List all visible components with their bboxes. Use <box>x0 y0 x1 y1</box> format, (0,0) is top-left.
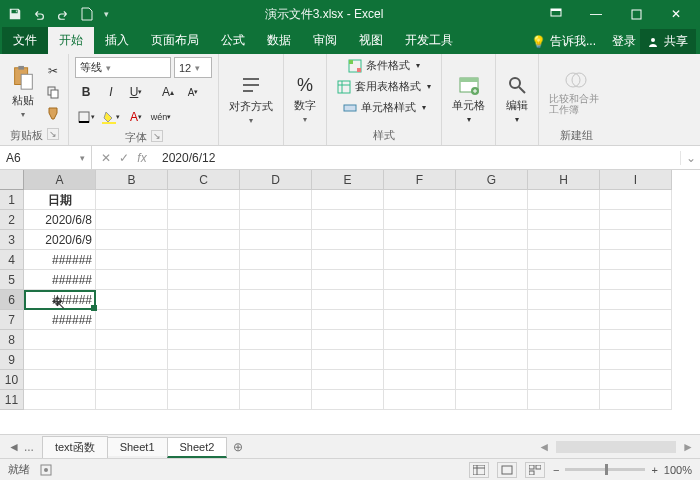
table-format-button[interactable]: 套用表格格式▾ <box>333 78 435 95</box>
cell-E4[interactable] <box>312 250 384 270</box>
expand-formula-icon[interactable]: ⌄ <box>680 151 700 165</box>
cell-F5[interactable] <box>384 270 456 290</box>
cell-B5[interactable] <box>96 270 168 290</box>
row-header-6[interactable]: 6 <box>0 290 24 310</box>
cell-F2[interactable] <box>384 210 456 230</box>
view-layout-icon[interactable] <box>497 462 517 478</box>
tab-view[interactable]: 视图 <box>348 27 394 54</box>
cell-F10[interactable] <box>384 370 456 390</box>
cell-F4[interactable] <box>384 250 456 270</box>
col-header-E[interactable]: E <box>312 170 384 190</box>
cell-G3[interactable] <box>456 230 528 250</box>
cell-H11[interactable] <box>528 390 600 410</box>
cell-I6[interactable] <box>600 290 672 310</box>
cells-button[interactable]: 单元格▾ <box>448 72 489 126</box>
zoom-control[interactable]: − + 100% <box>553 464 692 476</box>
zoom-slider[interactable] <box>565 468 645 471</box>
cell-B4[interactable] <box>96 250 168 270</box>
login-link[interactable]: 登录 <box>612 33 636 50</box>
decrease-font-icon[interactable]: A▾ <box>182 81 204 103</box>
cell-A3[interactable]: 2020/6/9 <box>24 230 96 250</box>
cell-E2[interactable] <box>312 210 384 230</box>
cell-G10[interactable] <box>456 370 528 390</box>
maximize-button[interactable] <box>616 0 656 28</box>
cell-A11[interactable] <box>24 390 96 410</box>
select-all-corner[interactable] <box>0 170 24 190</box>
col-header-G[interactable]: G <box>456 170 528 190</box>
cell-H4[interactable] <box>528 250 600 270</box>
fx-icon[interactable]: fx <box>134 151 150 165</box>
col-header-B[interactable]: B <box>96 170 168 190</box>
tab-formula[interactable]: 公式 <box>210 27 256 54</box>
redo-icon[interactable] <box>52 3 74 25</box>
cell-D4[interactable] <box>240 250 312 270</box>
view-pagebreak-icon[interactable] <box>525 462 545 478</box>
cell-B1[interactable] <box>96 190 168 210</box>
row-header-11[interactable]: 11 <box>0 390 24 410</box>
format-painter-icon[interactable] <box>44 104 62 122</box>
cell-E7[interactable] <box>312 310 384 330</box>
minimize-button[interactable]: — <box>576 0 616 28</box>
row-header-7[interactable]: 7 <box>0 310 24 330</box>
share-button[interactable]: 共享 <box>640 29 696 54</box>
cell-A2[interactable]: 2020/6/8 <box>24 210 96 230</box>
cell-G6[interactable] <box>456 290 528 310</box>
cell-D1[interactable] <box>240 190 312 210</box>
cell-G11[interactable] <box>456 390 528 410</box>
cell-F3[interactable] <box>384 230 456 250</box>
col-header-C[interactable]: C <box>168 170 240 190</box>
cell-C1[interactable] <box>168 190 240 210</box>
border-button[interactable]: ▾ <box>75 106 97 128</box>
tab-developer[interactable]: 开发工具 <box>394 27 464 54</box>
row-header-10[interactable]: 10 <box>0 370 24 390</box>
sheet-nav-more[interactable]: ... <box>24 440 34 454</box>
cell-B9[interactable] <box>96 350 168 370</box>
cell-A6[interactable]: ###### <box>24 290 96 310</box>
cell-F11[interactable] <box>384 390 456 410</box>
cell-H2[interactable] <box>528 210 600 230</box>
undo-icon[interactable] <box>28 3 50 25</box>
cell-I7[interactable] <box>600 310 672 330</box>
cell-B11[interactable] <box>96 390 168 410</box>
col-header-A[interactable]: A <box>24 170 96 190</box>
cell-I4[interactable] <box>600 250 672 270</box>
cell-D2[interactable] <box>240 210 312 230</box>
row-header-2[interactable]: 2 <box>0 210 24 230</box>
col-header-F[interactable]: F <box>384 170 456 190</box>
cell-B8[interactable] <box>96 330 168 350</box>
increase-font-icon[interactable]: A▴ <box>157 81 179 103</box>
cell-D9[interactable] <box>240 350 312 370</box>
font-color-button[interactable]: A▾ <box>125 106 147 128</box>
macro-record-icon[interactable] <box>40 464 52 476</box>
tab-insert[interactable]: 插入 <box>94 27 140 54</box>
new-file-icon[interactable] <box>76 3 98 25</box>
tab-review[interactable]: 审阅 <box>302 27 348 54</box>
cell-D10[interactable] <box>240 370 312 390</box>
row-header-4[interactable]: 4 <box>0 250 24 270</box>
tab-home[interactable]: 开始 <box>48 27 94 54</box>
cell-A9[interactable] <box>24 350 96 370</box>
alignment-button[interactable]: 对齐方式 ▾ <box>225 71 277 127</box>
editing-button[interactable]: 编辑▾ <box>502 72 532 126</box>
sheet-tab-textfn[interactable]: text函数 <box>42 436 108 458</box>
cell-I3[interactable] <box>600 230 672 250</box>
accept-formula-icon[interactable]: ✓ <box>116 151 132 165</box>
row-header-1[interactable]: 1 <box>0 190 24 210</box>
cell-I2[interactable] <box>600 210 672 230</box>
cell-C8[interactable] <box>168 330 240 350</box>
cell-G7[interactable] <box>456 310 528 330</box>
sheet-tab-sheet1[interactable]: Sheet1 <box>107 437 168 456</box>
cell-F6[interactable] <box>384 290 456 310</box>
add-sheet-button[interactable]: ⊕ <box>226 440 250 454</box>
cell-A7[interactable]: ###### <box>24 310 96 330</box>
cell-H3[interactable] <box>528 230 600 250</box>
cell-E11[interactable] <box>312 390 384 410</box>
cell-B7[interactable] <box>96 310 168 330</box>
view-normal-icon[interactable] <box>469 462 489 478</box>
cell-H10[interactable] <box>528 370 600 390</box>
cell-C5[interactable] <box>168 270 240 290</box>
cell-H5[interactable] <box>528 270 600 290</box>
cell-G5[interactable] <box>456 270 528 290</box>
row-header-9[interactable]: 9 <box>0 350 24 370</box>
cell-B6[interactable] <box>96 290 168 310</box>
